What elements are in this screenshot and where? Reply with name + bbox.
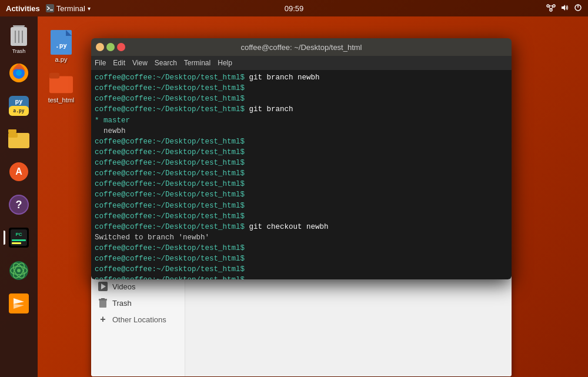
topbar: Activities Terminal ▾ 09:59 [0, 0, 588, 16]
terminal-line-5: * master [95, 115, 508, 126]
software-svg: A [9, 162, 29, 182]
terminal-body[interactable]: coffee@coffee:~/Desktop/test_html$ git b… [91, 70, 512, 279]
terminal-icon [46, 4, 54, 12]
svg-rect-49 [49, 73, 59, 79]
terminal-line-4: coffee@coffee:~/Desktop/test_html$ git b… [95, 104, 508, 115]
desktop: Activities Terminal ▾ 09:59 [0, 0, 588, 377]
terminal-line-17: coffee@coffee:~/Desktop/test_html$ [95, 243, 508, 253]
firefox-svg [8, 62, 29, 84]
fm-item-other-locations[interactable]: + Other Locations [91, 311, 185, 328]
prompt-13: coffee@coffee:~/Desktop/test_html$ [95, 201, 245, 211]
fm-trash-svg [99, 298, 107, 308]
fm-item-trash[interactable]: Trash [91, 295, 185, 311]
menu-help[interactable]: Help [218, 59, 232, 67]
terminal-line-8: coffee@coffee:~/Desktop/test_html$ [95, 147, 508, 158]
svg-rect-11 [13, 25, 25, 27]
terminal-label: Terminal [56, 4, 85, 13]
terminal-line-3: coffee@coffee:~/Desktop/test_html$ [95, 94, 508, 104]
prompt-1: coffee@coffee:~/Desktop/test_html$ [95, 72, 245, 83]
menu-file[interactable]: File [95, 59, 106, 67]
sidebar-item-atom[interactable] [5, 256, 33, 285]
activities-button[interactable]: Activities [6, 4, 40, 13]
prompt-2: coffee@coffee:~/Desktop/test_html$ [95, 83, 245, 94]
terminal-line-13: coffee@coffee:~/Desktop/test_html$ [95, 201, 508, 211]
terminal-menu[interactable]: Terminal ▾ [46, 4, 91, 13]
prompt-20: coffee@coffee:~/Desktop/test_html$ [95, 275, 245, 279]
terminal-title: coffee@coffee: ~/Desktop/test_html [240, 43, 362, 52]
window-controls [96, 43, 125, 51]
svg-text:.py: .py [55, 42, 67, 49]
files-svg [8, 129, 29, 148]
svg-rect-41 [9, 293, 29, 313]
fm-item-videos[interactable]: Videos [91, 278, 185, 295]
terminal-window: coffee@coffee: ~/Desktop/test_html File … [91, 38, 512, 279]
sidebar-item-files[interactable] [5, 125, 33, 153]
svg-point-19 [16, 70, 22, 76]
cmd-4: git branch [245, 104, 293, 115]
pycharm-icon: PC [8, 227, 29, 248]
desktop-file-folder[interactable]: test_html [44, 69, 79, 106]
minimize-button[interactable] [96, 43, 104, 51]
videos-svg [98, 282, 108, 291]
prompt-4: coffee@coffee:~/Desktop/test_html$ [95, 104, 245, 115]
terminal-line-18: coffee@coffee:~/Desktop/test_html$ [95, 253, 508, 264]
menu-terminal[interactable]: Terminal [184, 59, 211, 67]
sidebar-item-sublime[interactable] [5, 289, 33, 318]
python-svg: py a.py [9, 96, 29, 116]
help-icon: ? [8, 194, 29, 215]
python-file-svg: .py [51, 30, 72, 55]
sidebar-item-trash[interactable]: Trash [5, 26, 33, 54]
topbar-clock: 09:59 [285, 4, 304, 13]
desktop-files: .py a.py test_html [44, 28, 79, 106]
sidebar-item-python[interactable]: py a.py [5, 92, 33, 120]
fm-trash-label: Trash [112, 299, 132, 308]
svg-rect-35 [12, 242, 21, 244]
sidebar-item-firefox[interactable] [5, 59, 33, 87]
close-button[interactable] [117, 43, 125, 51]
terminal-line-1: coffee@coffee:~/Desktop/test_html$ git b… [95, 72, 508, 83]
svg-rect-34 [12, 239, 26, 241]
terminal-line-7: coffee@coffee:~/Desktop/test_html$ [95, 136, 508, 147]
svg-line-5 [549, 6, 551, 9]
filemanager-window: Videos Trash + Other Locations [91, 273, 512, 376]
terminal-titlebar: coffee@coffee: ~/Desktop/test_html [91, 38, 512, 56]
prompt-11: coffee@coffee:~/Desktop/test_html$ [95, 179, 245, 189]
files-icon [8, 128, 29, 149]
prompt-12: coffee@coffee:~/Desktop/test_html$ [95, 189, 245, 200]
sidebar-item-help[interactable]: ? [5, 191, 33, 219]
svg-marker-8 [562, 5, 565, 11]
svg-text:A: A [15, 166, 22, 176]
branch-newbh-1: newbh [95, 126, 126, 136]
network-svg [546, 4, 556, 12]
power-icon[interactable] [574, 4, 582, 14]
prompt-19: coffee@coffee:~/Desktop/test_html$ [95, 264, 245, 275]
desktop-file-python[interactable]: .py a.py [44, 28, 79, 65]
svg-rect-52 [99, 300, 106, 308]
svg-rect-48 [49, 76, 73, 94]
terminal-line-12: coffee@coffee:~/Desktop/test_html$ [95, 189, 508, 200]
pycharm-svg: PC [9, 228, 29, 248]
terminal-line-6: newbh [95, 126, 508, 136]
trash-svg [9, 25, 28, 48]
svg-text:a.py: a.py [13, 108, 24, 114]
menu-edit[interactable]: Edit [113, 59, 125, 67]
cmd-15: git checkout newbh [245, 222, 329, 232]
firefox-icon [8, 62, 29, 84]
prompt-8: coffee@coffee:~/Desktop/test_html$ [95, 147, 245, 158]
maximize-button[interactable] [106, 43, 115, 51]
prompt-7: coffee@coffee:~/Desktop/test_html$ [95, 136, 245, 147]
folder-icon [49, 71, 73, 95]
menu-view[interactable]: View [132, 59, 148, 67]
svg-text:PC: PC [15, 232, 22, 237]
terminal-line-14: coffee@coffee:~/Desktop/test_html$ [95, 211, 508, 222]
prompt-17: coffee@coffee:~/Desktop/test_html$ [95, 243, 245, 253]
svg-text:py: py [15, 98, 23, 105]
fm-other-locations-label: Other Locations [112, 315, 166, 324]
menu-search[interactable]: Search [155, 59, 177, 67]
atom-icon [8, 260, 29, 281]
prompt-9: coffee@coffee:~/Desktop/test_html$ [95, 158, 245, 168]
sidebar-item-pycharm[interactable]: PC [5, 223, 33, 252]
prompt-3: coffee@coffee:~/Desktop/test_html$ [95, 94, 245, 104]
sidebar-item-software[interactable]: A [5, 158, 33, 186]
svg-text:?: ? [16, 199, 22, 211]
